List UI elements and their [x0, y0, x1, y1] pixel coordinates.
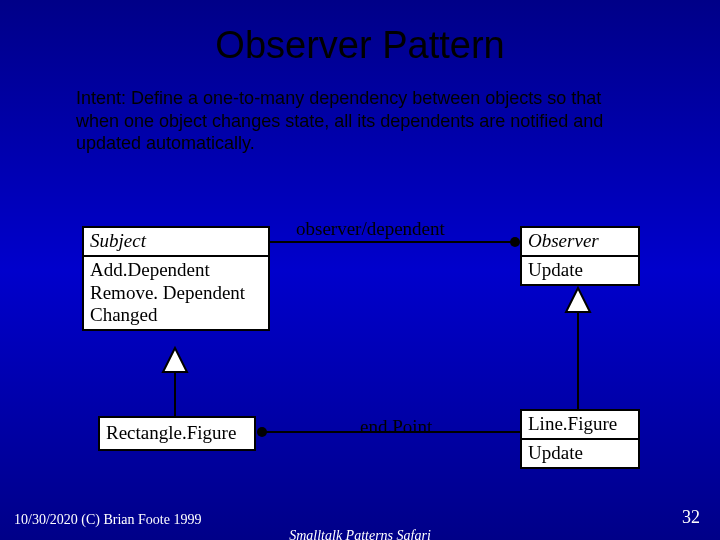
svg-point-1	[510, 237, 520, 247]
class-line-figure: Line.Figure Update	[520, 409, 640, 469]
class-subject-method-1: Remove. Dependent	[90, 282, 262, 305]
intent-label: Intent:	[76, 88, 131, 108]
class-observer: Observer Update	[520, 226, 640, 286]
footer-center: Smalltalk Patterns Safari	[0, 528, 720, 540]
intent-text: Intent: Define a one-to-many dependency …	[0, 67, 720, 155]
footer-date-copyright: 10/30/2020 (C) Brian Foote 1999	[14, 512, 201, 528]
footer-page-number: 32	[682, 507, 700, 528]
class-line-figure-name: Line.Figure	[528, 413, 632, 436]
relation-end-point: end.Point	[360, 416, 432, 438]
class-subject-method-0: Add.Dependent	[90, 259, 262, 282]
svg-point-7	[257, 427, 267, 437]
relation-observer-dependent: observer/dependent	[296, 218, 445, 240]
class-rectangle-figure: Rectangle.Figure	[98, 416, 256, 451]
class-subject-method-2: Changed	[90, 304, 262, 327]
class-line-figure-method: Update	[528, 442, 632, 465]
svg-marker-5	[566, 288, 590, 312]
intent-body: Define a one-to-many dependency between …	[76, 88, 603, 153]
class-rectangle-figure-name: Rectangle.Figure	[106, 422, 248, 445]
class-subject: Subject Add.Dependent Remove. Dependent …	[82, 226, 270, 331]
class-observer-name: Observer	[528, 230, 632, 253]
class-subject-name: Subject	[90, 230, 262, 253]
page-title: Observer Pattern	[0, 0, 720, 67]
svg-marker-3	[163, 348, 187, 372]
class-observer-method: Update	[528, 259, 632, 282]
